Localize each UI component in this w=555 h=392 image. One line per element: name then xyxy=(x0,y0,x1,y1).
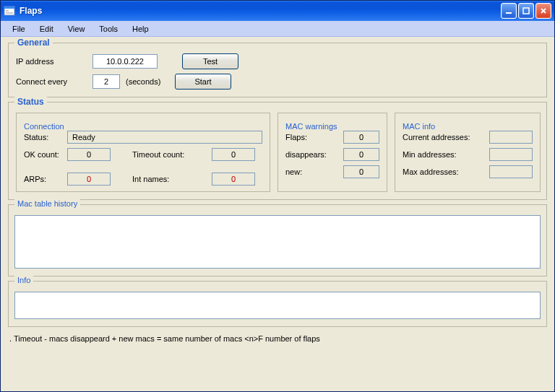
timeout-label: Timeout count: xyxy=(132,150,212,159)
current-value xyxy=(489,131,533,144)
menu-tools[interactable]: Tools xyxy=(92,23,125,35)
history-textarea[interactable] xyxy=(14,215,541,269)
info-legend: Info xyxy=(14,276,33,284)
window-title: Flaps xyxy=(20,6,42,16)
timeout-value: 0 xyxy=(212,148,255,161)
test-button[interactable]: Test xyxy=(182,53,238,69)
status-value: Ready xyxy=(67,131,262,144)
connect-label: Connect every xyxy=(16,77,87,86)
disappears-label: disappears: xyxy=(285,150,343,159)
status-group: Status Connection Status: Ready OK count… xyxy=(8,102,547,200)
min-value xyxy=(489,148,533,161)
okcount-label: OK count: xyxy=(24,150,67,159)
mac-warnings-legend: MAC warnings xyxy=(285,122,337,131)
info-textarea[interactable] xyxy=(14,292,541,319)
general-legend: General xyxy=(14,38,53,48)
new-value: 0 xyxy=(343,165,379,178)
flaps-value: 0 xyxy=(343,131,379,144)
general-group: General IP address Test Connect every (s… xyxy=(8,43,547,97)
mac-warnings-group: MAC warnings Flaps: 0 disappears: 0 new:… xyxy=(278,113,387,192)
svg-rect-1 xyxy=(4,6,14,9)
arps-value: 0 xyxy=(67,173,111,186)
intnames-label: Int names: xyxy=(132,175,212,183)
menu-help[interactable]: Help xyxy=(125,23,156,35)
menu-edit[interactable]: Edit xyxy=(33,23,61,35)
mac-info-group: MAC info Current addresses: Min addresse… xyxy=(395,113,541,192)
client-area: General IP address Test Connect every (s… xyxy=(1,37,554,391)
menubar: File Edit View Tools Help xyxy=(1,21,554,37)
close-button[interactable] xyxy=(535,3,551,19)
disappears-value: 0 xyxy=(343,148,379,161)
svg-rect-2 xyxy=(6,10,9,12)
start-button[interactable]: Start xyxy=(175,74,231,90)
flaps-label: Flaps: xyxy=(285,133,343,141)
max-value xyxy=(489,165,533,178)
menu-file[interactable]: File xyxy=(5,23,33,35)
intnames-value: 0 xyxy=(212,173,255,186)
info-group: Info xyxy=(8,281,547,327)
okcount-value: 0 xyxy=(67,148,111,161)
connect-input[interactable] xyxy=(92,74,120,89)
ip-input[interactable] xyxy=(92,54,158,69)
mac-info-legend: MAC info xyxy=(403,122,435,131)
new-label: new: xyxy=(285,167,343,176)
history-group: Mac table history xyxy=(8,204,547,276)
footer-legend: . Timeout - macs disappeard + new macs =… xyxy=(8,331,547,344)
ip-label: IP address xyxy=(16,57,87,66)
app-icon xyxy=(4,5,15,17)
max-label: Max addresses: xyxy=(403,167,489,176)
maximize-button[interactable] xyxy=(518,3,534,19)
svg-rect-4 xyxy=(506,12,512,14)
status-label: Status: xyxy=(24,133,67,141)
svg-rect-3 xyxy=(6,12,13,14)
titlebar: Flaps xyxy=(1,1,554,21)
svg-rect-5 xyxy=(523,8,529,14)
connection-legend: Connection xyxy=(24,122,64,131)
status-legend: Status xyxy=(14,97,47,107)
seconds-label: (seconds) xyxy=(126,77,169,86)
app-window: Flaps File Edit View Tools Help General … xyxy=(0,0,555,392)
min-label: Min addresses: xyxy=(403,150,489,159)
current-label: Current addresses: xyxy=(403,133,489,141)
connection-group: Connection Status: Ready OK count: 0 Tim… xyxy=(16,113,270,192)
history-legend: Mac table history xyxy=(14,199,80,208)
minimize-button[interactable] xyxy=(501,3,517,19)
menu-view[interactable]: View xyxy=(61,23,92,35)
arps-label: ARPs: xyxy=(24,175,67,183)
